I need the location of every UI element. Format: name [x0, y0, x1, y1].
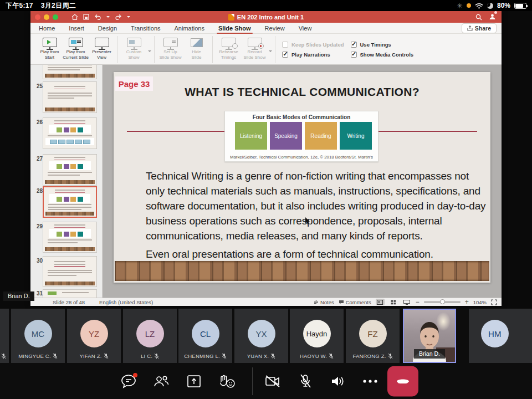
set-up-slide-show-button[interactable]: Set UpSlide Show: [157, 36, 183, 63]
play-narrations-checkbox[interactable]: Play Narrations: [282, 52, 344, 58]
call-toolbar: [0, 363, 532, 399]
comments-button[interactable]: Comments: [339, 299, 371, 305]
raise-hand-smiley-icon: [218, 374, 236, 388]
reactions-raise-hand-button[interactable]: [218, 374, 236, 388]
close-window-button[interactable]: [35, 14, 40, 20]
record-slide-show-icon: [248, 38, 262, 47]
fit-to-window-icon[interactable]: [491, 299, 497, 305]
tab-slide-show[interactable]: Slide Show: [218, 24, 252, 33]
thumbnail-slide-31[interactable]: [43, 289, 97, 298]
thumbnail-slide-30[interactable]: [43, 256, 97, 287]
checkbox-icon: [282, 42, 288, 48]
zoom-in-button[interactable]: +: [465, 298, 469, 306]
mic-off-icon: [222, 353, 227, 359]
participant-tile-partial[interactable]: [0, 309, 9, 363]
hide-slide-button[interactable]: HideSlide: [183, 36, 209, 63]
more-options-button[interactable]: [363, 380, 377, 383]
mic-off-icon: [299, 374, 312, 388]
thumbnail-slide-28-selected[interactable]: [43, 186, 97, 218]
participant-tile-fanrong[interactable]: FZ FANRONG Z.: [346, 309, 400, 363]
zoom-window-button[interactable]: [53, 14, 58, 20]
tab-transitions[interactable]: Transitions: [130, 24, 161, 33]
more-dots-icon: [363, 380, 377, 383]
tab-view[interactable]: View: [298, 24, 313, 33]
tab-review[interactable]: Review: [264, 24, 285, 33]
thumbnail-slide-24[interactable]: [43, 65, 97, 79]
redo-icon[interactable]: [115, 14, 122, 20]
camera-off-button[interactable]: [264, 375, 281, 388]
share-screen-button[interactable]: [187, 375, 201, 388]
tab-home[interactable]: Home: [38, 24, 55, 33]
zoom-percent[interactable]: 104%: [473, 299, 487, 305]
hide-slide-icon: [191, 38, 203, 47]
home-icon[interactable]: [71, 14, 78, 20]
participant-tile-brian-video[interactable]: Brian D.: [403, 309, 456, 363]
participant-tile-li[interactable]: LZ LI C.: [123, 309, 177, 363]
participant-tile-yuan[interactable]: YX YUAN X.: [234, 309, 288, 363]
participant-tile-hm[interactable]: HM: [469, 309, 532, 363]
zoom-slider-knob[interactable]: [440, 299, 445, 304]
participant-strip: MC MINGYUE C. YZ YIFAN Z. LZ LI C. CL CH…: [0, 309, 532, 363]
normal-view-button[interactable]: [376, 299, 385, 305]
slide-sorter-view-button[interactable]: [389, 299, 398, 305]
share-button[interactable]: Share: [462, 23, 497, 33]
show-media-controls-checkbox[interactable]: Show Media Controls: [351, 52, 414, 58]
mic-off-icon: [329, 353, 334, 359]
mic-off-button[interactable]: [299, 374, 312, 388]
undo-icon[interactable]: [94, 14, 101, 20]
zoom-out-button[interactable]: −: [416, 298, 420, 306]
ppt-status-bar: Slide 28 of 48 English (United States) N…: [30, 298, 502, 306]
participants-button[interactable]: [153, 375, 170, 388]
thumbnail-slide-27[interactable]: [43, 154, 97, 186]
search-icon[interactable]: [475, 14, 482, 21]
avatar: CL: [192, 320, 219, 347]
tab-animations[interactable]: Animations: [174, 24, 205, 33]
language-setting[interactable]: English (United States): [99, 299, 153, 305]
participant-tile-chenming[interactable]: CL CHENMING L.: [178, 309, 232, 363]
current-slide[interactable]: Page 33 WHAT IS TECHNICAL COMMUNICATION?…: [114, 72, 490, 283]
tab-insert[interactable]: Insert: [68, 24, 85, 33]
save-icon[interactable]: [83, 14, 89, 20]
powerpoint-window: EN 202 Intro and Unit 1 Home Insert Desi…: [30, 11, 502, 306]
zoom-slider[interactable]: [424, 301, 461, 303]
mic-off-icon: [388, 353, 393, 359]
participant-tile-mingyue[interactable]: MC MINGYUE C.: [11, 309, 65, 363]
undo-dropdown-caret[interactable]: [106, 16, 110, 19]
participant-tile-haoyu[interactable]: Haydn HAOYU W.: [290, 309, 344, 363]
document-title: EN 202 Intro and Unit 1: [237, 14, 304, 21]
thumbnail-slide-26[interactable]: [43, 117, 97, 149]
slideshow-view-button[interactable]: [402, 299, 411, 305]
play-from-current-slide-button[interactable]: Play fromCurrent Slide: [63, 36, 89, 63]
ribbon-tabs: Home Insert Design Transitions Animation…: [30, 23, 502, 34]
rehearse-timings-button[interactable]: RehearseTimings: [216, 36, 242, 63]
tab-design[interactable]: Design: [98, 24, 117, 33]
toolbar-dropdown-caret[interactable]: [127, 16, 130, 19]
custom-show-caret[interactable]: [148, 50, 151, 54]
thumbnail-slide-25[interactable]: [43, 81, 97, 113]
decorative-line-left: [127, 131, 224, 132]
presenter-view-button[interactable]: PresenterView: [89, 36, 115, 63]
notes-button[interactable]: Notes: [314, 299, 334, 305]
use-timings-checkbox[interactable]: Use Timings: [351, 42, 414, 48]
mic-off-icon: [270, 353, 275, 359]
mode-reading: Reading: [305, 122, 337, 150]
speaker-button[interactable]: [330, 375, 346, 388]
record-slide-show-caret[interactable]: [269, 50, 272, 54]
toolbar-divider: [252, 367, 253, 395]
participant-tile-yifan[interactable]: YZ YIFAN Z.: [67, 309, 121, 363]
keep-slides-updated-checkbox[interactable]: Keep Slides Updated: [282, 42, 344, 48]
custom-show-icon: [127, 38, 141, 47]
slide-counter: Slide 28 of 48: [53, 299, 85, 305]
custom-show-button[interactable]: CustomShow: [121, 36, 147, 63]
play-from-start-button[interactable]: Play fromStart: [37, 36, 63, 63]
slide-paragraph: Even oral presentations are a form of te…: [146, 248, 488, 260]
minimize-window-button[interactable]: [44, 14, 49, 20]
people-icon: [153, 375, 170, 388]
camera-off-icon: [264, 375, 281, 388]
thumbnail-slide-29[interactable]: [43, 222, 97, 253]
hang-up-button[interactable]: [387, 366, 418, 396]
window-titlebar: EN 202 Intro and Unit 1: [30, 11, 502, 23]
account-icon[interactable]: [489, 12, 496, 22]
record-slide-show-button[interactable]: RecordSlide Show: [242, 36, 268, 63]
chat-button[interactable]: [121, 374, 136, 388]
